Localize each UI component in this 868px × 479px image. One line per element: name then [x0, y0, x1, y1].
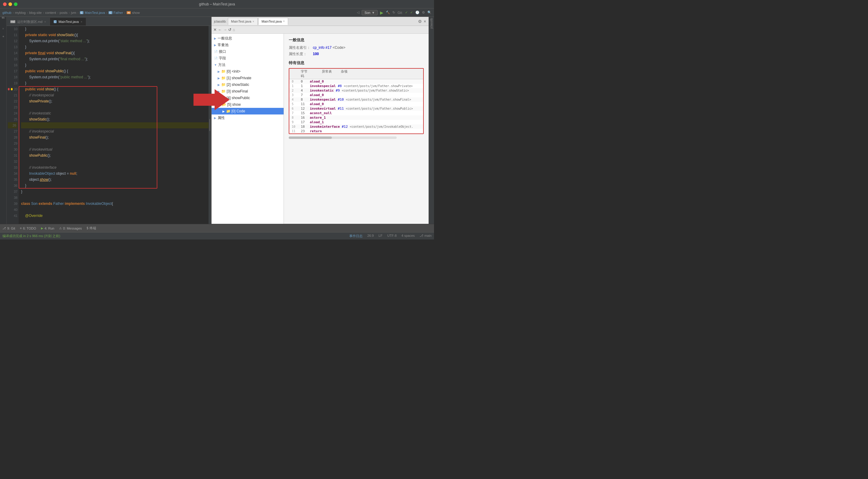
git-check2[interactable]: ✓ — [410, 10, 413, 14]
messages-tool[interactable]: ⚠ 0: Messages — [59, 227, 82, 230]
window-title: github – MainTest.java — [199, 2, 235, 6]
tree-folder-icon2: ▶ — [214, 43, 216, 47]
bc-father[interactable]: Father — [114, 11, 123, 14]
jclasslib-tab1-close[interactable]: × — [253, 20, 254, 23]
tree-label-fields: 字段 — [219, 56, 226, 61]
nav-back-icon[interactable]: ← — [218, 27, 222, 32]
breadcrumb: github › myblog › blog-site › content › … — [0, 8, 434, 17]
git-tool[interactable]: ⎇ 9: Git — [2, 227, 15, 230]
tree-showprivate[interactable]: ▶ 📁 [1] showPrivate — [212, 75, 284, 81]
bc-offset-10: 18 — [301, 125, 310, 129]
java-tab-label: MainTest.java — [59, 20, 79, 24]
detail-scrollbar-thumb[interactable] — [289, 136, 332, 139]
terminal-tool[interactable]: $ 终端 — [87, 226, 96, 230]
tab-maintest[interactable]: C MainTest.java × — [50, 18, 87, 26]
jclasslib-tab2-close[interactable]: × — [283, 20, 285, 23]
bc-file-icon: C — [80, 11, 84, 14]
close-button[interactable] — [3, 2, 7, 6]
bc-show[interactable]: show — [132, 11, 140, 14]
bc-row-10: 10 18 invokeinterface #12 <content/posts… — [289, 124, 423, 129]
bc-posts[interactable]: posts — [60, 11, 67, 14]
nav-close-icon[interactable]: ✕ — [213, 27, 217, 32]
jclasslib-tab1[interactable]: MainTest.java × — [228, 18, 258, 25]
editor-separator[interactable] — [209, 26, 211, 224]
tree-const-pool[interactable]: ▶ 常量池 — [212, 41, 284, 48]
status-right: 事件日志 26:9 LF UTF-8 4 spaces ⎇ main — [349, 234, 432, 238]
todo-label: 6: TODO — [23, 227, 36, 230]
tree-label-showstatic: [2] showStatic — [227, 83, 249, 87]
close-panel-icon[interactable]: × — [424, 19, 426, 24]
settings-icon[interactable]: ⚙ — [422, 10, 425, 14]
tree-file-icon2: 📄 — [214, 57, 218, 60]
tree-general-info[interactable]: ▶ 一般信息 — [212, 35, 284, 41]
favorites-icon[interactable]: ★ — [2, 35, 4, 38]
compile-info: 编译成功完成 in 2 s 966 ms (片刻 之前) — [2, 234, 60, 238]
bc-link-6[interactable]: #11 — [338, 107, 344, 110]
run-tool[interactable]: ▶ 4: Run — [41, 227, 54, 230]
header-offset: 字节码 — [301, 69, 310, 78]
bc-myblog[interactable]: myblog — [15, 11, 26, 14]
nav-home-icon[interactable]: ⌂ — [233, 27, 235, 32]
bc-link-10[interactable]: #12 — [342, 125, 348, 129]
code-scroll-area[interactable]: 10 11 12 13 14 15 16 17 18 19 20 21 — [7, 26, 211, 224]
branch-info[interactable]: ⎇ main — [420, 234, 432, 238]
code-line-19: } — [21, 80, 209, 86]
maximize-button[interactable] — [14, 2, 18, 6]
code-area[interactable]: } private static void showStatic(){ Syst… — [19, 26, 209, 224]
tab-md[interactable]: md 运行时数据区.md × — [7, 18, 50, 26]
son-label[interactable]: Son — [364, 11, 370, 14]
code-line-29 — [21, 140, 209, 147]
tree-fields[interactable]: 📄 字段 — [212, 55, 284, 61]
code-line-24: // invokestatic — [21, 110, 209, 116]
right-panel-icon1[interactable]: jclasslib — [430, 18, 433, 29]
jclasslib-tab2[interactable]: MainTest.java × — [258, 18, 288, 25]
detail-code-tag: <Code> — [333, 45, 345, 50]
editors-area: 项 ≡ ★ md 运行时数据区.md × C MainTest.java × — [0, 17, 434, 224]
bc-file[interactable]: MainTest.java — [85, 11, 105, 14]
tree-methods[interactable]: ▼ 方法 — [212, 61, 284, 68]
bc-row-3: 3 7 aload_0 — [289, 93, 423, 97]
detail-scrollbar[interactable] — [289, 136, 397, 139]
bc-offset-5: 11 — [301, 102, 310, 106]
sync-icon[interactable]: ↻ — [393, 10, 395, 14]
bc-no-5: 5 — [292, 102, 301, 106]
settings-gear-icon[interactable]: ⚙ — [418, 19, 422, 24]
breakpoint-line20 — [8, 88, 10, 90]
tree-attributes[interactable]: ▶ 属性 — [212, 115, 284, 121]
tree-folder-icon6: ▶ — [218, 83, 220, 87]
build-icon[interactable]: 🔨 — [386, 10, 390, 14]
back-icon[interactable]: ◁ — [357, 10, 359, 14]
minimize-button[interactable] — [8, 2, 12, 6]
detail-cpinfo-link[interactable]: cp_info #17 — [313, 45, 332, 50]
nav-forward-icon[interactable]: → — [223, 27, 227, 32]
bc-no-1: 1 — [292, 84, 301, 88]
bc-jvm[interactable]: jvm — [71, 11, 76, 14]
structure-icon[interactable]: ≡ — [2, 27, 4, 30]
bc-content[interactable]: content — [45, 11, 56, 14]
code-line-15: System.out.println("final method ..."); — [21, 56, 209, 62]
tree-interface[interactable]: 📄 接口 — [212, 48, 284, 55]
nav-refresh-icon[interactable]: ↺ — [228, 27, 231, 32]
code-line-13: } — [21, 44, 209, 50]
java-tab-close[interactable]: × — [81, 20, 82, 24]
branch-dropdown-icon[interactable]: ▼ — [372, 11, 375, 14]
git-check1[interactable]: ✓ — [405, 10, 408, 14]
history-icon[interactable]: 🕐 — [415, 10, 420, 14]
left-code-panel: md 运行时数据区.md × C MainTest.java × 10 11 1… — [7, 17, 212, 224]
todo-tool[interactable]: ≡ 6: TODO — [20, 227, 36, 230]
bc-github[interactable]: github — [2, 11, 11, 14]
bc-link-1[interactable]: #8 — [338, 84, 342, 88]
tree-init[interactable]: ▶ 📁 [0] <init> — [212, 68, 284, 75]
bc-instr-8: astore_1 — [310, 116, 421, 120]
run-icon[interactable]: ▶ — [380, 10, 383, 15]
bc-link-2[interactable]: #9 — [336, 89, 340, 93]
md-tab-close[interactable]: × — [44, 20, 46, 24]
bc-link-4[interactable]: #10 — [338, 98, 344, 101]
charset-info: UTF-8 — [387, 234, 397, 238]
tree-showstatic[interactable]: ▶ 📁 [2] showStatic — [212, 81, 284, 88]
event-log-link[interactable]: 事件日志 — [349, 234, 363, 238]
bc-blog-site[interactable]: blog-site — [29, 11, 42, 14]
bc-instr-0: aload_0 — [310, 79, 421, 84]
search-icon[interactable]: 🔍 — [427, 10, 432, 14]
code-line-34: InvokableObject object = null; — [21, 170, 209, 177]
